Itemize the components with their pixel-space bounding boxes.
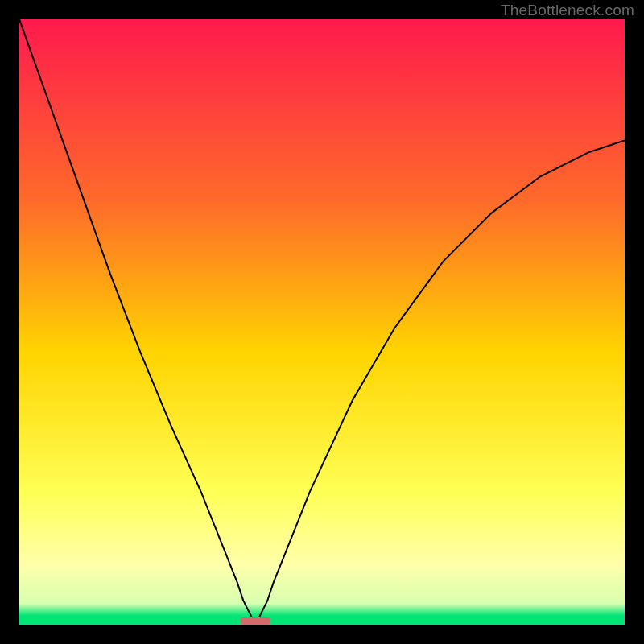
- watermark-text: TheBottleneck.com: [501, 2, 634, 19]
- gradient-background: [19, 19, 625, 625]
- chart-frame: [19, 19, 625, 625]
- minimum-marker: [241, 617, 271, 625]
- bottleneck-chart: [19, 19, 625, 625]
